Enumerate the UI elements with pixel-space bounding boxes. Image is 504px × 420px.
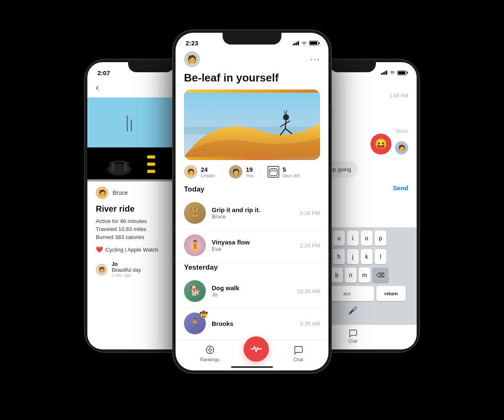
right-signal-icon bbox=[381, 71, 387, 75]
back-button[interactable]: ‹ bbox=[96, 82, 99, 93]
eva-time: 1:24 PM bbox=[300, 242, 320, 249]
stats-row: 🧑 24 Leader 🧑 19 You bbox=[176, 160, 328, 184]
comment-time: 1 min. ago bbox=[112, 273, 141, 278]
days-label: days left bbox=[283, 173, 300, 178]
center-content: 2:23 bbox=[176, 33, 328, 370]
right-battery-icon bbox=[397, 71, 407, 75]
comment-text-wrap: Jo Beautiful day 1 min. ago bbox=[112, 261, 141, 278]
right-wifi-icon bbox=[389, 71, 395, 75]
bruce-activity-name: Grip it and rip it. bbox=[212, 206, 294, 213]
bottom-nav: Rankings Chat bbox=[176, 340, 328, 370]
ride-badge-text: Cycling | Apple Watch bbox=[105, 247, 158, 253]
stat-divider-1 bbox=[222, 165, 222, 178]
phones-container: 2:07 ‹ bbox=[63, 21, 441, 399]
bruce-user: Bruce bbox=[212, 213, 294, 220]
svg-point-8 bbox=[108, 163, 131, 176]
page-title: Be-leaf in yourself bbox=[176, 71, 328, 89]
left-time: 2:07 bbox=[97, 69, 110, 76]
key-p[interactable]: p bbox=[375, 231, 386, 246]
bruce-avatar-wrap: 🏋️ bbox=[184, 202, 206, 224]
you-avatar: 🧑 bbox=[229, 165, 242, 178]
svg-point-13 bbox=[283, 114, 289, 120]
eva-activity-name: Vinyasa flow bbox=[212, 239, 294, 246]
key-o[interactable]: o bbox=[361, 231, 373, 246]
svg-rect-23 bbox=[272, 168, 273, 170]
menu-button[interactable]: ··· bbox=[310, 54, 320, 64]
right-nav-chat[interactable]: Chat bbox=[348, 328, 357, 344]
key-u[interactable]: u bbox=[333, 231, 345, 246]
svg-point-26 bbox=[209, 349, 211, 351]
days-count: 5 bbox=[283, 166, 300, 173]
right-chat-label: Chat bbox=[348, 339, 357, 344]
svg-line-14 bbox=[285, 120, 286, 129]
left-notch bbox=[128, 62, 174, 72]
comment-avatar: 🧑 bbox=[96, 264, 108, 276]
rankings-icon bbox=[205, 344, 215, 355]
jo-user: Jo bbox=[212, 291, 291, 298]
key-i[interactable]: i bbox=[347, 231, 359, 246]
stat-leader: 🧑 24 Leader bbox=[184, 165, 215, 178]
brooks-emoji: 🤠 bbox=[200, 310, 208, 318]
center-wifi-icon bbox=[301, 41, 307, 45]
mic-key[interactable]: 🎤 bbox=[345, 303, 361, 318]
center-avatar[interactable]: 🧑 bbox=[184, 51, 200, 67]
key-l[interactable]: l bbox=[375, 249, 386, 264]
hero-svg bbox=[184, 89, 320, 160]
leader-count: 24 bbox=[201, 166, 215, 173]
pulse-icon bbox=[250, 343, 262, 355]
phone-center: 2:23 bbox=[172, 29, 332, 374]
bruce-info: Grip it and rip it. Bruce bbox=[212, 206, 294, 220]
fab-button[interactable] bbox=[244, 336, 269, 362]
home-indicator bbox=[231, 366, 273, 368]
key-n[interactable]: n bbox=[345, 268, 357, 283]
brooks-info: Brooks bbox=[212, 320, 294, 327]
eva-avatar: 🧘 bbox=[184, 234, 206, 256]
reaction-emoji-bubble: 😝 bbox=[370, 134, 391, 155]
activity-eva[interactable]: 🧘 Vinyasa flow Eva 1:24 PM bbox=[176, 229, 328, 262]
heart-icon: ❤️ bbox=[96, 246, 103, 253]
leader-label: Leader bbox=[201, 173, 215, 178]
chat-label: Chat bbox=[294, 357, 303, 362]
hero-image bbox=[184, 89, 320, 160]
activity-brooks[interactable]: 🏃 🤠 Brooks 9:26 AM bbox=[176, 307, 328, 340]
return-key[interactable]: return bbox=[376, 286, 406, 301]
right-user-avatar: 🧑 bbox=[395, 141, 408, 155]
center-time: 2:23 bbox=[186, 39, 198, 47]
key-h[interactable]: h bbox=[333, 249, 345, 264]
send-button[interactable]: Send bbox=[393, 184, 408, 192]
activity-jo[interactable]: 🐕 Dog walk Jo 10:26 AM bbox=[176, 275, 328, 307]
left-user-name: Bruce bbox=[113, 189, 128, 196]
comment-user-name: Jo bbox=[112, 261, 141, 267]
calendar-icon bbox=[268, 166, 279, 178]
jo-avatar: 🐕 bbox=[184, 280, 206, 302]
jo-activity-name: Dog walk bbox=[212, 284, 291, 291]
brooks-avatar-wrap: 🏃 🤠 bbox=[184, 312, 206, 334]
comment-body: Beautiful day bbox=[112, 267, 141, 273]
stat-you: 🧑 19 You bbox=[229, 165, 254, 178]
you-count: 19 bbox=[246, 166, 254, 173]
key-m[interactable]: m bbox=[359, 268, 370, 283]
nav-chat[interactable]: Chat bbox=[293, 344, 304, 362]
right-chat-icon bbox=[348, 328, 357, 338]
jo-info: Dog walk Jo bbox=[212, 284, 291, 298]
left-user-avatar: 🧑 bbox=[96, 186, 108, 199]
jo-time: 10:26 AM bbox=[297, 288, 320, 294]
delete-key[interactable]: ⌫ bbox=[373, 268, 388, 283]
eva-info: Vinyasa flow Eva bbox=[212, 239, 294, 252]
svg-rect-7 bbox=[147, 170, 155, 173]
brooks-activity-name: Brooks bbox=[212, 320, 294, 327]
key-j[interactable]: j bbox=[347, 249, 359, 264]
brooks-time: 9:26 AM bbox=[300, 320, 320, 327]
activity-bruce[interactable]: 🏋️ Grip it and rip it. Bruce 3:26 PM bbox=[176, 197, 328, 229]
rankings-label: Rankings bbox=[200, 357, 220, 362]
key-k[interactable]: k bbox=[361, 249, 373, 264]
eva-user: Eva bbox=[212, 246, 294, 252]
nav-rankings[interactable]: Rankings bbox=[200, 344, 220, 362]
stat-days: 5 days left bbox=[268, 166, 300, 178]
svg-rect-24 bbox=[274, 168, 275, 170]
key-b[interactable]: b bbox=[331, 268, 343, 283]
right-notch bbox=[330, 62, 376, 72]
center-header: 🧑 ··· bbox=[176, 51, 328, 71]
center-battery-icon bbox=[309, 41, 318, 45]
bruce-avatar: 🏋️ bbox=[184, 202, 206, 224]
